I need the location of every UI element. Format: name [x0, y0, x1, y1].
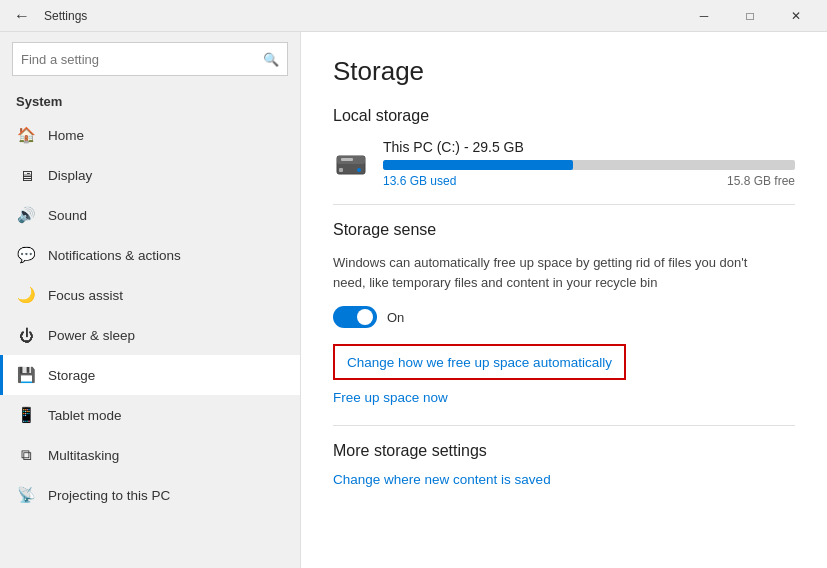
sound-icon: 🔊	[16, 205, 36, 225]
more-storage-section: More storage settings Change where new c…	[333, 442, 795, 487]
search-box[interactable]: 🔍	[12, 42, 288, 76]
storage-bar-fill	[383, 160, 573, 170]
storage-sense-section: Storage sense Windows can automatically …	[333, 221, 795, 405]
maximize-button[interactable]: □	[727, 0, 773, 32]
change-link-box: Change how we free up space automaticall…	[333, 344, 626, 380]
sidebar-item-label: Multitasking	[48, 448, 119, 463]
free-up-link[interactable]: Free up space now	[333, 390, 795, 405]
sidebar-item-home[interactable]: 🏠 Home	[0, 115, 300, 155]
titlebar: ← Settings ─ □ ✕	[0, 0, 827, 32]
power-icon: ⏻	[16, 325, 36, 345]
more-settings-heading: More storage settings	[333, 442, 795, 460]
sidebar-item-multitasking[interactable]: ⧉ Multitasking	[0, 435, 300, 475]
sidebar-item-storage[interactable]: 💾 Storage	[0, 355, 300, 395]
sidebar-item-power[interactable]: ⏻ Power & sleep	[0, 315, 300, 355]
focus-icon: 🌙	[16, 285, 36, 305]
sidebar-item-label: Display	[48, 168, 92, 183]
sidebar-item-label: Notifications & actions	[48, 248, 181, 263]
sidebar-item-tablet[interactable]: 📱 Tablet mode	[0, 395, 300, 435]
sidebar-item-focus[interactable]: 🌙 Focus assist	[0, 275, 300, 315]
svg-point-3	[357, 168, 361, 172]
page-title: Storage	[333, 56, 795, 87]
main-content: Storage Local storage This PC (C:) - 29.…	[301, 32, 827, 568]
sidebar-item-label: Power & sleep	[48, 328, 135, 343]
drive-name: This PC (C:) - 29.5 GB	[383, 139, 795, 155]
close-button[interactable]: ✕	[773, 0, 819, 32]
storage-labels: 13.6 GB used 15.8 GB free	[383, 174, 795, 188]
sidebar-item-label: Sound	[48, 208, 87, 223]
minimize-button[interactable]: ─	[681, 0, 727, 32]
app-body: 🔍 System 🏠 Home 🖥 Display 🔊 Sound 💬 Noti…	[0, 32, 827, 568]
display-icon: 🖥	[16, 165, 36, 185]
svg-rect-4	[341, 158, 353, 161]
sidebar-item-sound[interactable]: 🔊 Sound	[0, 195, 300, 235]
sidebar-item-label: Projecting to this PC	[48, 488, 170, 503]
drive-item: This PC (C:) - 29.5 GB 13.6 GB used 15.8…	[333, 139, 795, 188]
drive-icon	[333, 146, 369, 182]
sidebar-item-label: Home	[48, 128, 84, 143]
divider	[333, 204, 795, 205]
projecting-icon: 📡	[16, 485, 36, 505]
storage-sense-toggle[interactable]	[333, 306, 377, 328]
sidebar-item-projecting[interactable]: 📡 Projecting to this PC	[0, 475, 300, 515]
sidebar-item-label: Storage	[48, 368, 95, 383]
sidebar-item-display[interactable]: 🖥 Display	[0, 155, 300, 195]
window-title: Settings	[44, 9, 681, 23]
storage-used: 13.6 GB used	[383, 174, 456, 188]
system-section-label: System	[0, 86, 300, 115]
back-button[interactable]: ←	[8, 2, 36, 30]
svg-rect-2	[339, 168, 343, 172]
toggle-knob	[357, 309, 373, 325]
notifications-icon: 💬	[16, 245, 36, 265]
storage-free: 15.8 GB free	[727, 174, 795, 188]
storage-icon: 💾	[16, 365, 36, 385]
back-icon: ←	[14, 7, 30, 25]
multitasking-icon: ⧉	[16, 445, 36, 465]
storage-bar-wrap	[383, 160, 795, 170]
window-controls: ─ □ ✕	[681, 0, 819, 32]
search-icon: 🔍	[263, 52, 279, 67]
sidebar-item-notifications[interactable]: 💬 Notifications & actions	[0, 235, 300, 275]
sidebar: 🔍 System 🏠 Home 🖥 Display 🔊 Sound 💬 Noti…	[0, 32, 301, 568]
home-icon: 🏠	[16, 125, 36, 145]
sidebar-item-label: Focus assist	[48, 288, 123, 303]
toggle-label: On	[387, 310, 404, 325]
tablet-icon: 📱	[16, 405, 36, 425]
storage-sense-heading: Storage sense	[333, 221, 795, 239]
divider-2	[333, 425, 795, 426]
search-input[interactable]	[21, 52, 263, 67]
change-link[interactable]: Change how we free up space automaticall…	[347, 355, 612, 370]
change-where-link[interactable]: Change where new content is saved	[333, 472, 795, 487]
storage-sense-desc: Windows can automatically free up space …	[333, 253, 753, 292]
drive-svg	[335, 148, 367, 180]
toggle-row: On	[333, 306, 795, 328]
local-storage-heading: Local storage	[333, 107, 795, 125]
sidebar-item-label: Tablet mode	[48, 408, 122, 423]
storage-details: This PC (C:) - 29.5 GB 13.6 GB used 15.8…	[383, 139, 795, 188]
